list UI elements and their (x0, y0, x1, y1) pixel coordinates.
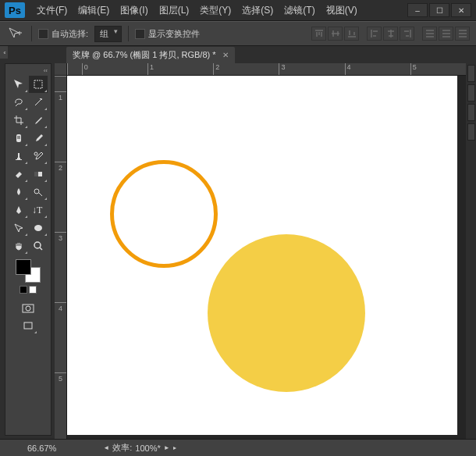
marquee-tool[interactable] (29, 76, 48, 93)
panel-toggle-4[interactable] (467, 123, 475, 141)
pen-tool[interactable] (9, 201, 28, 219)
eyedropper-tool[interactable] (29, 112, 48, 129)
ruler-origin[interactable] (55, 63, 67, 76)
panel-toggle-2[interactable] (467, 84, 475, 102)
menu-file[interactable]: 文件(F) (31, 4, 73, 17)
menu-select[interactable]: 选择(S) (236, 4, 279, 17)
close-button[interactable]: ✕ (451, 3, 471, 17)
dodge-tool[interactable] (29, 183, 48, 201)
minimize-button[interactable]: – (407, 3, 428, 17)
lasso-tool[interactable] (9, 94, 28, 111)
quick-mask-icon[interactable] (19, 300, 37, 317)
tools-panel: ‹‹ ↓T (5, 63, 52, 436)
screen-mode-icon[interactable] (19, 317, 37, 334)
right-panel-strip (466, 63, 476, 439)
menu-edit[interactable]: 编辑(E) (73, 4, 115, 17)
svg-rect-5 (34, 172, 38, 176)
align-top-icon[interactable] (311, 27, 326, 41)
auto-select-dropdown[interactable]: 组 (94, 26, 122, 42)
hand-tool[interactable] (9, 237, 28, 255)
align-bottom-icon[interactable] (344, 27, 359, 41)
panel-toggle-1[interactable] (467, 65, 475, 82)
menu-type[interactable]: 类型(Y) (194, 4, 236, 17)
align-hcenter-icon[interactable] (383, 27, 398, 41)
svg-point-9 (34, 242, 41, 248)
distribute-2-icon[interactable] (439, 27, 453, 41)
canvas-area: 0 1 2 3 4 5 1 2 3 4 5 (55, 63, 476, 439)
crop-tool[interactable] (9, 112, 28, 129)
blur-tool[interactable] (9, 183, 28, 201)
gradient-tool[interactable] (29, 166, 48, 183)
document-canvas[interactable] (67, 76, 476, 439)
svg-point-1 (41, 98, 42, 100)
stamp-tool[interactable] (9, 148, 28, 165)
path-selection-tool[interactable] (9, 219, 28, 237)
mini-swatches[interactable] (20, 286, 37, 294)
foreground-color[interactable] (16, 259, 31, 275)
document-tab[interactable]: 奖牌 @ 66.7% (椭圆 1 拷贝, RGB/8) * ✕ (66, 47, 235, 63)
magic-wand-tool[interactable] (29, 94, 48, 111)
type-tool[interactable]: ↓T (29, 201, 48, 219)
svg-point-8 (34, 225, 42, 231)
maximize-button[interactable]: ☐ (429, 3, 449, 17)
expand-panels-left[interactable] (0, 46, 8, 59)
color-swatches[interactable] (16, 259, 41, 283)
align-right-icon[interactable] (400, 27, 414, 41)
menu-image[interactable]: 图像(I) (115, 4, 153, 17)
svg-rect-0 (34, 80, 42, 88)
svg-point-11 (26, 306, 30, 311)
ellipse-fill-shape (208, 234, 365, 392)
shape-tool[interactable] (29, 219, 48, 237)
auto-select-checkbox[interactable]: 自动选择: (38, 28, 88, 40)
svg-point-3 (34, 152, 37, 155)
status-bar: 66.67% ◄ 效率: 100%* ► ▸ (0, 439, 476, 456)
eraser-tool[interactable] (9, 166, 28, 183)
app-logo: Ps (5, 2, 25, 18)
healing-brush-tool[interactable] (9, 130, 28, 147)
zoom-level[interactable]: 66.67% (27, 444, 56, 453)
menu-filter[interactable]: 滤镜(T) (279, 4, 320, 17)
align-left-icon[interactable] (367, 27, 382, 41)
move-tool[interactable] (9, 76, 28, 93)
document-tab-title: 奖牌 @ 66.7% (椭圆 1 拷贝, RGB/8) * (73, 49, 216, 61)
svg-point-6 (34, 189, 39, 194)
svg-text:↓T: ↓T (32, 205, 43, 216)
distribute-3-icon[interactable] (455, 27, 470, 41)
artboard (67, 76, 457, 435)
efficiency-display[interactable]: ◄ 效率: 100%* ► ▸ (103, 442, 176, 454)
align-buttons (311, 27, 470, 41)
brush-tool[interactable] (29, 130, 48, 147)
history-brush-tool[interactable] (29, 148, 48, 165)
active-tool-icon (6, 26, 25, 41)
menu-view[interactable]: 视图(V) (321, 4, 363, 17)
show-transform-label: 显示变换控件 (148, 29, 200, 38)
close-tab-icon[interactable]: ✕ (222, 51, 229, 59)
menu-layer[interactable]: 图层(L) (154, 4, 195, 17)
efficiency-value: 100%* (135, 444, 160, 453)
svg-rect-12 (24, 322, 32, 329)
ellipse-outline-shape (110, 160, 218, 268)
distribute-1-icon[interactable] (422, 27, 437, 41)
ruler-vertical[interactable]: 1 2 3 4 5 (55, 76, 67, 439)
collapse-tools-icon[interactable]: ‹‹ (44, 67, 48, 74)
zoom-tool[interactable] (29, 237, 48, 255)
panel-toggle-3[interactable] (467, 104, 475, 121)
ruler-horizontal[interactable]: 0 1 2 3 4 5 (67, 63, 476, 76)
efficiency-label: 效率: (112, 442, 132, 454)
show-transform-checkbox[interactable]: 显示变换控件 (135, 28, 200, 40)
auto-select-label: 自动选择: (52, 29, 88, 38)
align-vcenter-icon[interactable] (328, 27, 343, 41)
